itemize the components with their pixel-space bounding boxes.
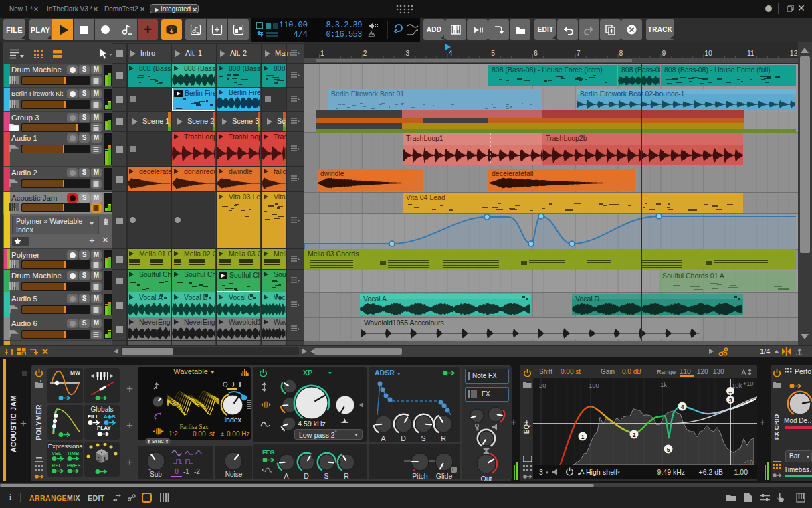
svg-text:3: 3 (729, 397, 732, 404)
svg-text:w: w (127, 31, 132, 37)
svg-text:1k: 1k (660, 381, 667, 388)
svg-text:w: w (196, 31, 200, 35)
svg-text:+10: +10 (743, 380, 753, 387)
svg-text:5: 5 (667, 446, 670, 453)
svg-text:-10: -10 (744, 459, 753, 465)
svg-text:↔: ↔ (728, 388, 734, 395)
svg-text:2: 2 (633, 432, 636, 438)
svg-text:10k: 10k (732, 382, 742, 389)
svg-text:4: 4 (681, 404, 684, 410)
svg-text:1: 1 (581, 434, 585, 440)
svg-text:20: 20 (539, 382, 546, 389)
svg-text:100: 100 (589, 382, 599, 389)
